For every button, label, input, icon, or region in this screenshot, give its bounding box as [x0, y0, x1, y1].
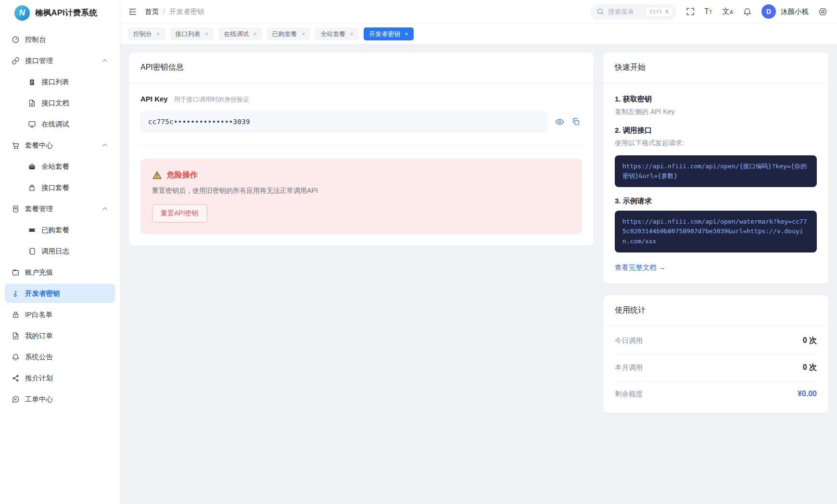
clipboard-icon: [28, 78, 36, 86]
close-icon[interactable]: ×: [302, 31, 305, 37]
sidebar-item-label: 开发者密钥: [25, 289, 60, 298]
sidebar-item-ticket-center[interactable]: 工单中心: [5, 390, 115, 409]
chevron-up-icon: [101, 142, 108, 149]
quickstart-step-description: 复制左侧的 API Key: [615, 108, 817, 116]
page-content: API密钥信息 API Key 用于接口调用时的身份验证 cc775c•••••…: [120, 45, 837, 504]
app-title: 楠枫API计费系统: [35, 8, 97, 18]
sidebar-item-plan-management[interactable]: 套餐管理: [5, 199, 115, 218]
request-format-code: https://api.nfiii.com/api/open/{接口编码}?ke…: [615, 155, 817, 187]
sidebar-item-developer-key[interactable]: 开发者密钥: [5, 284, 115, 303]
sidebar-item-label: 我的订单: [25, 331, 53, 340]
sidebar-item-my-orders[interactable]: 我的订单: [5, 326, 115, 345]
sidebar-item-label: 系统公告: [25, 353, 53, 362]
stat-label: 本月调用: [615, 363, 643, 372]
app-logo[interactable]: N 楠枫API计费系统: [5, 0, 115, 26]
user-name: 沐颜小栈: [781, 7, 809, 16]
file-lines-icon: [12, 205, 20, 213]
sidebar-item-api-plans[interactable]: 接口套餐: [5, 178, 115, 197]
close-icon[interactable]: ×: [205, 31, 209, 37]
reset-api-key-button[interactable]: 重置API密钥: [152, 204, 207, 223]
search-shortcut-badge: Ctrl K: [645, 7, 673, 17]
tab-api-list[interactable]: 接口列表 ×: [170, 27, 214, 40]
quickstart-step-title: 1. 获取密钥: [615, 95, 817, 104]
sidebar: N 楠枫API计费系统 控制台 接口管理: [0, 0, 120, 504]
ticket-icon: [28, 226, 36, 234]
sidebar-item-label: 在线调试: [41, 120, 69, 129]
chevron-up-icon: [101, 57, 108, 64]
translate-icon[interactable]: 文A: [722, 8, 733, 15]
sidebar-item-purchased-plans[interactable]: 已购套餐: [5, 220, 115, 239]
view-docs-link[interactable]: 查看完整文档 →: [615, 263, 666, 272]
sidebar-item-site-plans[interactable]: 全站套餐: [5, 157, 115, 176]
tab-bar: 控制台 × 接口列表 × 在线调试 × 已购套餐 × 全站套餐 × 开发者密钥 …: [120, 23, 837, 45]
usage-stats-card: 使用统计 今日调用 0 次 本月调用 0 次 剩余额度 ¥0.00: [603, 295, 828, 413]
sidebar-item-plan-center[interactable]: 套餐中心: [5, 136, 115, 155]
tab-label: 接口列表: [176, 30, 201, 38]
close-icon[interactable]: ×: [405, 31, 408, 37]
dashboard-icon: [12, 36, 20, 44]
stat-row-remaining-balance: 剩余额度 ¥0.00: [615, 381, 817, 402]
collapse-sidebar-icon[interactable]: [128, 7, 137, 16]
close-icon[interactable]: ×: [156, 31, 160, 37]
reveal-key-eye-icon[interactable]: [555, 117, 564, 126]
sidebar-item-api-docs[interactable]: 接口文档: [5, 93, 115, 113]
topbar-actions: Ctrl K TT 文A D 沐颜小栈: [591, 4, 827, 20]
warning-triangle-icon: [152, 170, 162, 180]
document-icon: [28, 99, 36, 107]
tab-label: 在线调试: [224, 30, 249, 38]
bell-icon: [12, 353, 20, 361]
sidebar-item-label: 推介计划: [25, 374, 53, 383]
divider: [140, 145, 582, 146]
sidebar-item-online-debug[interactable]: 在线调试: [5, 114, 115, 134]
wallet-icon: [12, 268, 20, 277]
user-menu[interactable]: D 沐颜小栈: [761, 4, 809, 19]
breadcrumb-separator: /: [163, 8, 165, 15]
tab-dashboard[interactable]: 控制台 ×: [128, 27, 165, 40]
danger-zone: 危险操作 重置密钥后，使用旧密钥的所有应用将无法正常调用API 重置API密钥: [140, 159, 582, 234]
app-root: N 楠枫API计费系统 控制台 接口管理: [0, 0, 837, 504]
danger-title: 危险操作: [167, 170, 198, 180]
tab-online-debug[interactable]: 在线调试 ×: [218, 27, 262, 40]
tab-label: 全站套餐: [320, 30, 345, 38]
danger-description: 重置密钥后，使用旧密钥的所有应用将无法正常调用API: [152, 187, 571, 195]
close-icon[interactable]: ×: [253, 31, 257, 37]
sidebar-item-label: 接口套餐: [41, 183, 69, 192]
tab-purchased-plans[interactable]: 已购套餐 ×: [267, 27, 311, 40]
briefcase-icon: [28, 163, 36, 171]
stat-value-balance: ¥0.00: [798, 390, 817, 398]
order-icon: [12, 332, 20, 340]
chevron-up-icon: [101, 205, 108, 212]
search-icon: [596, 8, 604, 15]
copy-key-icon[interactable]: [571, 117, 580, 126]
sidebar-item-ip-whitelist[interactable]: IP白名单: [5, 305, 115, 324]
tab-site-plans[interactable]: 全站套餐 ×: [315, 27, 359, 40]
notification-bell-icon[interactable]: [743, 7, 752, 16]
breadcrumb-home[interactable]: 首页: [145, 7, 159, 16]
search-input[interactable]: [608, 8, 641, 15]
sidebar-item-label: 套餐管理: [25, 204, 53, 214]
tab-developer-key[interactable]: 开发者密钥 ×: [364, 27, 414, 40]
settings-gear-icon[interactable]: [818, 7, 827, 16]
monitor-icon: [28, 120, 36, 128]
sidebar-item-label: 控制台: [25, 35, 46, 44]
topbar: 首页 / 开发者密钥 Ctrl K TT 文A D: [120, 0, 837, 23]
sidebar-item-dashboard[interactable]: 控制台: [5, 30, 115, 49]
sidebar-item-referral[interactable]: 推介计划: [5, 368, 115, 388]
sidebar-item-announcements[interactable]: 系统公告: [5, 347, 115, 366]
stat-row-today-calls: 今日调用 0 次: [615, 332, 817, 354]
share-icon: [12, 374, 20, 382]
sidebar-item-api-management[interactable]: 接口管理: [5, 51, 115, 70]
chat-icon: [12, 395, 20, 403]
fullscreen-icon[interactable]: [686, 7, 695, 16]
sidebar-item-api-list[interactable]: 接口列表: [5, 72, 115, 91]
sidebar-item-call-logs[interactable]: 调用日志: [5, 241, 115, 261]
api-key-card: API密钥信息 API Key 用于接口调用时的身份验证 cc775c•••••…: [129, 52, 594, 246]
close-icon[interactable]: ×: [350, 31, 354, 37]
text-size-icon[interactable]: TT: [704, 8, 712, 15]
search-box[interactable]: Ctrl K: [591, 4, 676, 20]
sidebar-item-label: 接口管理: [25, 56, 53, 65]
lock-icon: [12, 311, 20, 319]
sidebar-nav: 控制台 接口管理 接口列表 接: [5, 30, 115, 409]
sidebar-item-recharge[interactable]: 账户充值: [5, 263, 115, 282]
api-key-label: API Key: [140, 95, 168, 103]
